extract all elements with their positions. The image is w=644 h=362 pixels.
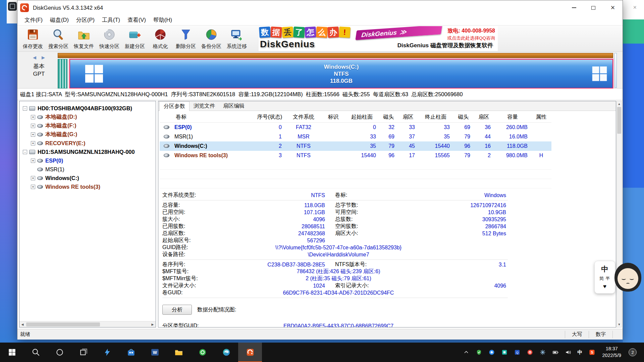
toolbar-button-save[interactable]: 保存更改 bbox=[20, 26, 46, 51]
tab-item[interactable]: 浏览文件 bbox=[190, 101, 219, 111]
menu-item[interactable]: 帮助(H) bbox=[150, 15, 176, 25]
taskbar-cortana-button[interactable] bbox=[48, 343, 71, 362]
vertical-scroll-thumb[interactable] bbox=[617, 107, 621, 134]
ime-shape-indicator[interactable]: 简 半 bbox=[599, 276, 610, 282]
table-row[interactable]: Windows RE tools(3)3NTFS1544096171556579… bbox=[160, 151, 551, 160]
tray-circle-blue-icon[interactable] bbox=[485, 349, 498, 356]
tree-item[interactable]: +RECOVERY(E:) bbox=[19, 139, 156, 147]
taskbar-diskgenius-button[interactable] bbox=[238, 343, 262, 362]
expand-toggle-icon[interactable]: + bbox=[31, 185, 35, 189]
tray-shield-green-icon[interactable] bbox=[473, 349, 485, 356]
selected-partition-bar[interactable]: Windows(C:) NTFS 118.0GB bbox=[69, 59, 613, 88]
maximize-button[interactable] bbox=[584, 0, 603, 15]
menu-item[interactable]: 工具(T) bbox=[98, 15, 124, 25]
toolbar-button-migrate[interactable]: 系统迁移 bbox=[224, 26, 250, 51]
tree-item[interactable]: +本地磁盘(F:) bbox=[19, 121, 156, 130]
tab-item[interactable]: 扇区编辑 bbox=[219, 101, 249, 111]
scroll-down-arrow-icon[interactable]: ▼ bbox=[617, 322, 622, 327]
tray-square-blue-icon[interactable]: Q bbox=[511, 349, 524, 356]
ime-mode-indicator[interactable]: 中 bbox=[601, 264, 608, 274]
toolbar-button-search[interactable]: 搜索分区 bbox=[46, 26, 71, 51]
column-header[interactable]: 卷标 bbox=[160, 112, 254, 122]
taskbar-search-button[interactable] bbox=[24, 343, 48, 362]
tree-item[interactable]: +Windows(C:) bbox=[19, 174, 156, 182]
adjacent-partition-bar[interactable] bbox=[58, 59, 67, 88]
taskbar-clock[interactable]: 18:37 2022/5/9 bbox=[598, 346, 625, 359]
expand-toggle-icon[interactable]: + bbox=[31, 141, 35, 145]
collapse-toggle-icon[interactable]: - bbox=[23, 106, 27, 111]
tray-caret-icon[interactable] bbox=[460, 349, 473, 356]
column-header[interactable]: 容量 bbox=[494, 112, 531, 122]
taskbar-greenbrowser-button[interactable] bbox=[191, 343, 214, 362]
scroll-left-arrow-icon[interactable]: ◀ bbox=[19, 323, 25, 326]
column-header[interactable]: 起始柱面 bbox=[344, 112, 379, 122]
ad-qq-link[interactable]: 或点击此处选择QQ咨询 bbox=[447, 35, 495, 41]
collapse-toggle-icon[interactable]: - bbox=[23, 150, 27, 154]
next-disk-arrow-icon[interactable]: ▶ bbox=[42, 55, 45, 60]
taskbar-store-button[interactable] bbox=[119, 343, 143, 362]
disk-capacity-bar[interactable] bbox=[58, 53, 613, 58]
column-header[interactable]: 序号(状态) bbox=[254, 112, 285, 122]
column-header[interactable]: 磁头 bbox=[379, 112, 398, 122]
tray-ime-cn-icon[interactable]: 中 bbox=[575, 349, 586, 356]
toolbar-button-delete[interactable]: 删除分区 bbox=[173, 26, 199, 51]
expand-toggle-icon[interactable]: + bbox=[31, 132, 35, 137]
taskbar-flash-button[interactable] bbox=[95, 343, 119, 362]
taskbar-word-button[interactable]: W bbox=[143, 343, 167, 362]
expand-toggle-icon[interactable]: + bbox=[31, 115, 35, 119]
table-row[interactable]: MSR(1)1MSR33693735794416.0MB bbox=[160, 132, 551, 141]
column-header[interactable]: 文件系统 bbox=[285, 112, 322, 122]
taskbar-explorer-button[interactable] bbox=[167, 343, 191, 362]
tray-snowflake-icon[interactable] bbox=[536, 349, 549, 356]
tray-square-teal-icon[interactable] bbox=[498, 349, 511, 356]
tray-circle-red-icon[interactable] bbox=[524, 349, 536, 356]
analyze-button[interactable]: 分析 bbox=[162, 305, 192, 315]
tray-sogou-icon[interactable]: S bbox=[586, 349, 598, 356]
toolbar-button-recover[interactable]: 恢复文件 bbox=[71, 26, 97, 51]
expand-toggle-icon[interactable]: + bbox=[31, 159, 35, 163]
scroll-up-arrow-icon[interactable]: ▲ bbox=[617, 101, 622, 106]
notification-badge[interactable]: 2 bbox=[629, 348, 637, 356]
toolbar-button-newpart[interactable]: 新建分区 bbox=[122, 26, 148, 51]
tree-item[interactable]: +本地磁盘(D:) bbox=[19, 113, 156, 121]
menu-item[interactable]: 查看(V) bbox=[124, 15, 150, 25]
toolbar-button-backup[interactable]: 备份分区 bbox=[199, 26, 224, 51]
column-header[interactable]: 扇区 bbox=[398, 112, 418, 122]
horizontal-scroll-thumb[interactable] bbox=[26, 322, 100, 326]
tree-item[interactable]: -HD0:TOSHIBAMQ04ABF100(932GB) bbox=[19, 104, 156, 113]
panel-vertical-scrollbar[interactable]: ▲ ▼ bbox=[616, 101, 622, 327]
ime-skin-heart-icon[interactable]: ♥ bbox=[603, 283, 606, 290]
taskbar-start-button[interactable] bbox=[0, 343, 24, 362]
ime-toolbar[interactable]: 中 简 半 ♥ bbox=[594, 261, 615, 294]
toolbar-button-quick[interactable]: 快速分区 bbox=[97, 26, 122, 51]
tree-item[interactable]: +Windows RE tools(3) bbox=[19, 182, 156, 191]
tree-item[interactable]: MSR(1) bbox=[19, 165, 156, 174]
taskbar-taskview-button[interactable] bbox=[71, 343, 95, 362]
expand-toggle-icon[interactable]: + bbox=[31, 124, 35, 128]
expand-toggle-icon[interactable]: + bbox=[31, 176, 35, 180]
column-header[interactable]: 磁头 bbox=[453, 112, 474, 122]
table-row[interactable]: Windows(C:)2NTFS357945154409616118.0GB bbox=[160, 141, 551, 151]
tray-volume-icon[interactable] bbox=[562, 349, 575, 356]
toolbar-button-format[interactable]: 格式化 bbox=[148, 26, 173, 51]
tree-item[interactable]: -HD1:SAMSUNGMZNLN128HAHQ-000 bbox=[19, 147, 156, 156]
tray-battery-icon[interactable] bbox=[549, 349, 562, 356]
minimize-button[interactable] bbox=[564, 0, 584, 15]
ad-banner[interactable]: 数据丢了怎么办! DiskGenius DiskGenius ≫ 致电: 400… bbox=[258, 26, 498, 51]
table-row[interactable]: ESP(0)0FAT3203233336936260.0MB bbox=[160, 122, 551, 132]
column-header[interactable]: 标识 bbox=[322, 112, 344, 122]
tree-item[interactable]: +ESP(0) bbox=[19, 156, 156, 165]
tree-horizontal-scrollbar[interactable]: ◀ ▶ bbox=[19, 321, 156, 327]
column-header[interactable]: 属性 bbox=[531, 112, 551, 122]
tree-item[interactable]: +本地磁盘(G:) bbox=[19, 130, 156, 139]
column-header[interactable]: 扇区 bbox=[474, 112, 494, 122]
taskbar-edge-button[interactable] bbox=[214, 343, 238, 362]
close-button[interactable]: × bbox=[603, 0, 623, 15]
menu-item[interactable]: 文件(F) bbox=[21, 15, 46, 25]
prev-disk-arrow-icon[interactable]: ◀ bbox=[33, 55, 36, 60]
menu-item[interactable]: 分区(P) bbox=[72, 15, 98, 25]
menu-item[interactable]: 磁盘(D) bbox=[46, 15, 72, 25]
column-header[interactable]: 终止柱面 bbox=[418, 112, 453, 122]
scroll-right-arrow-icon[interactable]: ▶ bbox=[150, 323, 156, 326]
tab-active[interactable]: 分区参数 bbox=[159, 101, 190, 111]
